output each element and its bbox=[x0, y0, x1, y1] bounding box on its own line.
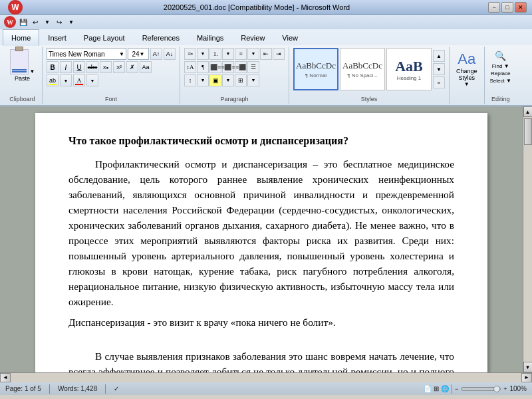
align-right-button[interactable]: ≡⬛ bbox=[235, 61, 247, 73]
vertical-scrollbar: ▲ ▼ bbox=[523, 106, 532, 372]
style-heading1-button[interactable]: AaB Heading 1 bbox=[386, 48, 432, 90]
font-grow-button[interactable]: A↑ bbox=[150, 48, 162, 60]
customize-quick-button[interactable]: ▼ bbox=[65, 16, 77, 28]
show-hide-button[interactable]: ¶ bbox=[197, 61, 209, 73]
scroll-down-button[interactable]: ▼ bbox=[523, 362, 533, 372]
multilevel-list-button[interactable]: ≡ bbox=[235, 48, 247, 60]
zoom-level[interactable]: 100% bbox=[509, 385, 527, 392]
no-spacing-style-label: ¶ No Spaci... bbox=[347, 72, 378, 78]
h-scroll-track[interactable] bbox=[11, 373, 521, 382]
office-button[interactable]: W bbox=[8, 0, 23, 15]
superscript-button[interactable]: X² bbox=[113, 61, 125, 73]
h-scroll-left-button[interactable]: ◄ bbox=[0, 373, 11, 382]
h-scroll-right-button[interactable]: ► bbox=[521, 373, 532, 382]
paste-label: Paste bbox=[15, 75, 30, 82]
page-info: Page: 1 of 5 bbox=[5, 385, 41, 392]
shading-button[interactable]: ▣ bbox=[209, 74, 221, 86]
tab-references[interactable]: References bbox=[134, 29, 188, 45]
tab-insert[interactable]: Insert bbox=[39, 29, 75, 45]
paste-button[interactable]: ▼ Paste bbox=[7, 48, 38, 83]
zoom-slider[interactable] bbox=[461, 387, 501, 391]
view-fullscreen-button[interactable]: ⊞ bbox=[434, 385, 439, 392]
styles-scroll-up-button[interactable]: ▲ bbox=[433, 50, 445, 62]
highlight-arrow-button[interactable]: ▼ bbox=[60, 74, 72, 86]
editing-group: 🔍 Find ▼ Replace Select ▼ Editing bbox=[485, 47, 517, 104]
zoom-thumb[interactable] bbox=[493, 386, 500, 392]
clipboard-label: Clipboard bbox=[3, 96, 42, 102]
style-normal-button[interactable]: AaBbCcDc ¶ Normal bbox=[293, 48, 338, 90]
view-normal-button[interactable]: 📄 bbox=[424, 385, 432, 392]
undo-quick-button[interactable]: ↩ bbox=[29, 16, 41, 28]
font-color-button[interactable]: A bbox=[73, 74, 85, 86]
sort-button[interactable]: ↕A bbox=[184, 61, 196, 73]
justify-button[interactable]: ☰ bbox=[247, 61, 259, 73]
multilevel-arrow-button[interactable]: ▼ bbox=[247, 48, 259, 60]
change-styles-button[interactable]: Aa Change Styles ▼ bbox=[454, 48, 480, 90]
font-group: Times New Roman ▼ 24 ▼ A↑ A↓ B I U abc X… bbox=[43, 47, 180, 104]
horizontal-scrollbar: ◄ ► bbox=[0, 372, 532, 382]
paragraph-group: ≡• ▼ 1. ▼ ≡ ▼ ⇤ ⇥ ↕A ¶ ⬛≡ ≡⬛≡ ≡⬛ ☰ bbox=[180, 47, 289, 104]
numbered-list-button[interactable]: 1. bbox=[209, 48, 221, 60]
undo-arrow-button[interactable]: ▼ bbox=[41, 16, 53, 28]
font-shrink-button[interactable]: A↓ bbox=[164, 48, 176, 60]
scroll-track[interactable] bbox=[523, 117, 533, 362]
editing-group-label: Editing bbox=[485, 96, 517, 102]
highlight-color-button[interactable]: ab bbox=[47, 74, 59, 86]
font-size-select[interactable]: 24 ▼ bbox=[128, 48, 149, 60]
document-area: Что такое профилактический осмотр и дисп… bbox=[0, 106, 532, 372]
tab-page-layout[interactable]: Page Layout bbox=[75, 29, 134, 45]
styles-group: AaBbCcDc ¶ Normal AaBbCcDc ¶ No Spaci...… bbox=[289, 47, 450, 104]
bullet-list-button[interactable]: ≡• bbox=[184, 48, 196, 60]
increase-indent-button[interactable]: ⇥ bbox=[273, 48, 285, 60]
tab-mailings[interactable]: Mailings bbox=[188, 29, 232, 45]
office-menu-button[interactable]: W bbox=[4, 16, 16, 28]
ribbon-tabs: Home Insert Page Layout References Maili… bbox=[0, 29, 532, 45]
scroll-up-button[interactable]: ▲ bbox=[523, 106, 533, 117]
scroll-thumb[interactable] bbox=[524, 118, 532, 145]
select-button[interactable]: Select ▼ bbox=[490, 78, 511, 84]
normal-style-label: ¶ Normal bbox=[305, 72, 327, 78]
decrease-indent-button[interactable]: ⇤ bbox=[260, 48, 272, 60]
zoom-out-button[interactable]: − bbox=[455, 386, 458, 392]
italic-button[interactable]: I bbox=[60, 61, 72, 73]
styles-scroll-down-button[interactable]: ▼ bbox=[433, 63, 445, 75]
save-quick-button[interactable]: 💾 bbox=[17, 16, 29, 28]
style-no-spacing-button[interactable]: AaBbCcDc ¶ No Spaci... bbox=[340, 48, 385, 90]
window-controls: − □ ✕ bbox=[488, 2, 527, 13]
clear-format-button[interactable]: ✗ bbox=[126, 61, 138, 73]
bold-button[interactable]: B bbox=[47, 61, 59, 73]
zoom-in-button[interactable]: + bbox=[503, 386, 507, 392]
tab-review[interactable]: Review bbox=[232, 29, 273, 45]
strikethrough-button[interactable]: abc bbox=[86, 61, 98, 73]
line-spacing-arrow-button[interactable]: ▼ bbox=[197, 74, 209, 86]
tab-home[interactable]: Home bbox=[3, 29, 39, 46]
align-center-button[interactable]: ≡⬛≡ bbox=[222, 61, 234, 73]
subscript-button[interactable]: X₂ bbox=[100, 61, 112, 73]
numbered-arrow-button[interactable]: ▼ bbox=[222, 48, 234, 60]
font-color-arrow-button[interactable]: ▼ bbox=[86, 74, 98, 86]
view-web-button[interactable]: 🌐 bbox=[441, 385, 449, 392]
minimize-button[interactable]: − bbox=[488, 2, 500, 13]
maximize-button[interactable]: □ bbox=[501, 2, 513, 13]
styles-more-button[interactable]: ≡ bbox=[433, 76, 445, 88]
heading1-style-label: Heading 1 bbox=[397, 75, 421, 81]
shading-arrow-button[interactable]: ▼ bbox=[222, 74, 234, 86]
align-left-button[interactable]: ⬛≡ bbox=[209, 61, 221, 73]
redo-quick-button[interactable]: ↪ bbox=[53, 16, 65, 28]
document-scroll[interactable]: Что такое профилактический осмотр и дисп… bbox=[0, 106, 523, 372]
font-name-select[interactable]: Times New Roman ▼ bbox=[47, 48, 126, 60]
borders-arrow-button[interactable]: ▼ bbox=[247, 74, 259, 86]
close-button[interactable]: ✕ bbox=[515, 2, 527, 13]
replace-button[interactable]: Replace bbox=[491, 70, 510, 76]
tab-view[interactable]: View bbox=[273, 29, 307, 45]
line-spacing-button[interactable]: ↕ bbox=[184, 74, 196, 86]
underline-button[interactable]: U bbox=[73, 61, 85, 73]
spell-check-icon: ✓ bbox=[114, 385, 119, 392]
word-count: Words: 1,428 bbox=[58, 385, 97, 392]
borders-button[interactable]: ⊞ bbox=[235, 74, 247, 86]
paragraph-1: Профилактический осмотр и диспансеризаци… bbox=[68, 157, 454, 310]
change-case-button[interactable]: Aa bbox=[140, 61, 152, 73]
find-button[interactable]: 🔍 bbox=[495, 51, 506, 62]
bullet-arrow-button[interactable]: ▼ bbox=[197, 48, 209, 60]
document-title: Что такое профилактический осмотр и дисп… bbox=[68, 133, 454, 149]
